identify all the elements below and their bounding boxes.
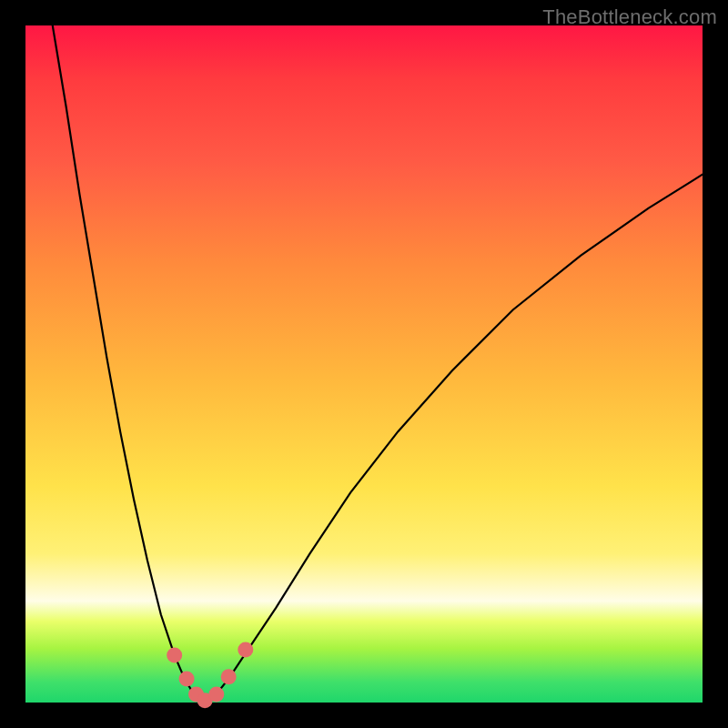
- curve-marker: [221, 669, 237, 684]
- plot-area: [25, 25, 703, 703]
- curve-marker: [167, 647, 182, 662]
- watermark-text: TheBottleneck.com: [542, 5, 717, 29]
- curve-markers: [167, 642, 253, 708]
- bottleneck-curve: [53, 25, 703, 703]
- curve-marker: [238, 642, 253, 657]
- curve-marker: [208, 687, 224, 703]
- chart-frame: TheBottleneck.com: [0, 0, 728, 728]
- curve-layer: [25, 25, 703, 703]
- curve-marker: [179, 671, 195, 686]
